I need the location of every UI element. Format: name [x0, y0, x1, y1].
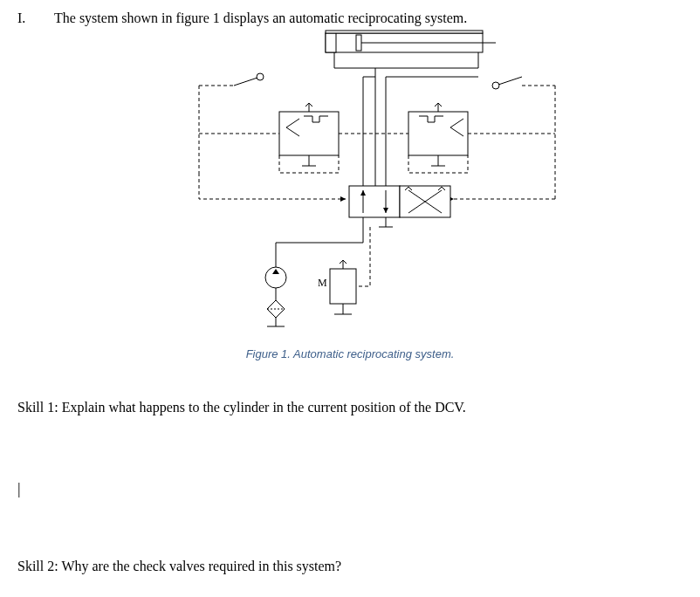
- svg-rect-13: [279, 112, 339, 155]
- double-acting-cylinder: [326, 31, 496, 52]
- figure-caption: Figure 1. Automatic reciprocating system…: [0, 347, 700, 360]
- svg-rect-4: [326, 31, 483, 33]
- text-cursor-caret: |: [17, 480, 21, 498]
- svg-point-12: [492, 82, 499, 89]
- filter-icon: [267, 300, 285, 326]
- right-check-valve: [408, 103, 468, 166]
- svg-rect-44: [330, 269, 356, 304]
- svg-line-9: [234, 77, 260, 86]
- directional-control-valve: [349, 177, 450, 227]
- figure: M: [147, 24, 566, 339]
- heading-marker: I.: [17, 10, 38, 26]
- right-limit-roller-icon: [492, 77, 522, 89]
- left-check-valve: [279, 103, 339, 166]
- left-limit-roller-icon: [234, 73, 264, 86]
- svg-rect-21: [349, 186, 400, 217]
- svg-point-10: [257, 73, 264, 80]
- pump: [265, 267, 286, 300]
- page-root: I. The system shown in figure 1 displays…: [0, 0, 700, 597]
- electric-motor: M: [318, 260, 356, 314]
- skill-2-prompt: Skill 2: Why are the check valves requir…: [17, 559, 683, 574]
- motor-label: M: [318, 277, 327, 289]
- skill-1-prompt: Skill 1: Explain what happens to the cyl…: [17, 400, 683, 415]
- svg-rect-1: [326, 33, 336, 52]
- svg-rect-2: [356, 35, 361, 51]
- pneumatic-circuit-diagram: M: [147, 24, 566, 339]
- svg-line-11: [496, 77, 522, 86]
